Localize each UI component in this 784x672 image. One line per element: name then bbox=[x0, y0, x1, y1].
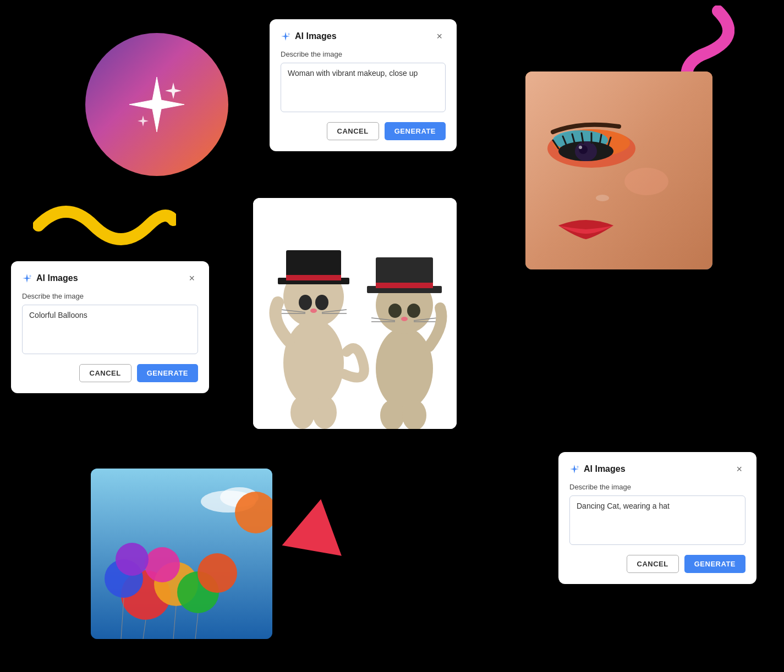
dialog-2-close-button[interactable]: × bbox=[185, 272, 198, 284]
ai-images-dialog-2: AI Images × Describe the image CANCEL GE… bbox=[11, 261, 209, 393]
sparkle-icon-dialog-1 bbox=[281, 31, 290, 41]
gradient-circle-decoration bbox=[85, 33, 228, 176]
svg-point-9 bbox=[624, 168, 668, 195]
makeup-image-panel bbox=[525, 71, 712, 269]
dialog-3-header: AI Images × bbox=[569, 463, 745, 475]
dialog-1-title-row: AI Images bbox=[281, 31, 337, 41]
svg-point-8 bbox=[596, 195, 609, 201]
cats-image-panel bbox=[253, 198, 457, 429]
dialog-1-close-button[interactable]: × bbox=[433, 30, 446, 42]
dialog-3-generate-button[interactable]: GENERATE bbox=[684, 555, 745, 573]
svg-point-29 bbox=[376, 327, 433, 410]
ai-images-dialog-1: AI Images × Describe the image CANCEL GE… bbox=[270, 19, 457, 151]
svg-point-22 bbox=[310, 309, 317, 313]
svg-point-27 bbox=[290, 396, 315, 429]
dialog-2-label: Describe the image bbox=[22, 292, 198, 300]
svg-point-21 bbox=[315, 295, 328, 310]
dialog-1-title: AI Images bbox=[295, 31, 337, 41]
svg-point-55 bbox=[116, 543, 149, 576]
svg-point-40 bbox=[401, 317, 408, 321]
svg-point-11 bbox=[283, 319, 344, 407]
svg-rect-0 bbox=[525, 71, 712, 269]
dialog-1-textarea[interactable] bbox=[281, 63, 446, 112]
dialog-3-label: Describe the image bbox=[569, 483, 745, 491]
dialog-1-actions: CANCEL GENERATE bbox=[281, 122, 446, 140]
triangle-decoration bbox=[282, 494, 351, 556]
sparkle-icon-dialog-2 bbox=[22, 273, 32, 283]
yellow-squiggle-decoration bbox=[33, 192, 176, 264]
sparkle-icon-dialog-3 bbox=[569, 464, 579, 474]
balloons-image-panel bbox=[91, 469, 272, 639]
dialog-3-actions: CANCEL GENERATE bbox=[569, 555, 745, 573]
dialog-1-generate-button[interactable]: GENERATE bbox=[385, 122, 446, 140]
dialog-1-label: Describe the image bbox=[281, 50, 446, 58]
dialog-3-title: AI Images bbox=[584, 464, 626, 474]
dialog-1-cancel-button[interactable]: CANCEL bbox=[327, 122, 379, 140]
svg-point-28 bbox=[312, 396, 337, 429]
dialog-2-title-row: AI Images bbox=[22, 273, 78, 283]
dialog-3-cancel-button[interactable]: CANCEL bbox=[627, 555, 679, 573]
dialog-3-title-row: AI Images bbox=[569, 464, 626, 474]
dialog-2-generate-button[interactable]: GENERATE bbox=[137, 364, 198, 382]
dialog-2-header: AI Images × bbox=[22, 272, 198, 284]
sparkle-icon bbox=[124, 71, 190, 137]
dialog-2-actions: CANCEL GENERATE bbox=[22, 364, 198, 382]
dialog-3-textarea[interactable] bbox=[569, 495, 745, 545]
svg-point-20 bbox=[299, 295, 312, 310]
svg-point-38 bbox=[388, 304, 402, 318]
dialog-2-textarea[interactable] bbox=[22, 305, 198, 354]
svg-point-54 bbox=[145, 547, 180, 582]
dialog-2-title: AI Images bbox=[36, 273, 78, 283]
svg-point-56 bbox=[198, 553, 237, 593]
dialog-2-cancel-button[interactable]: CANCEL bbox=[79, 364, 131, 382]
svg-rect-19 bbox=[286, 275, 341, 280]
dialog-1-header: AI Images × bbox=[281, 30, 446, 42]
svg-rect-37 bbox=[376, 283, 433, 288]
svg-point-39 bbox=[407, 304, 420, 318]
svg-point-7 bbox=[579, 146, 582, 149]
dialog-3-close-button[interactable]: × bbox=[733, 463, 745, 475]
ai-images-dialog-3: AI Images × Describe the image CANCEL GE… bbox=[558, 452, 756, 584]
